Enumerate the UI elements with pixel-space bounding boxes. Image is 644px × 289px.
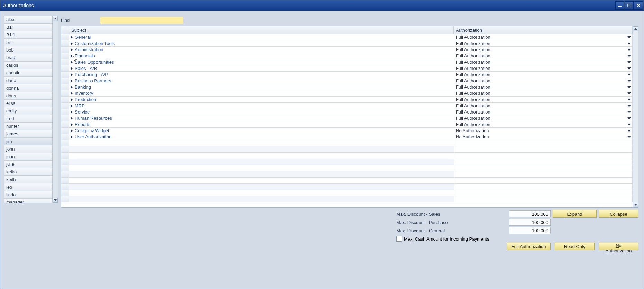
dropdown-icon[interactable] — [627, 92, 631, 94]
subject-link[interactable]: Sales Opportunities — [75, 60, 114, 65]
authorization-cell[interactable]: Full Authorization — [454, 78, 633, 84]
expand-icon[interactable] — [71, 104, 73, 108]
user-item[interactable]: brad — [4, 54, 52, 62]
subject-link[interactable]: Cockpit & Widget — [75, 128, 109, 133]
subject-link[interactable]: Production — [75, 97, 96, 102]
subject-cell[interactable]: Human Resources — [69, 115, 454, 121]
row-marker[interactable] — [61, 115, 69, 121]
expand-icon[interactable] — [71, 117, 73, 120]
table-row[interactable]: InventoryFull Authorization — [61, 90, 633, 97]
scroll-down-button[interactable] — [53, 198, 58, 203]
subject-cell[interactable]: Administration — [69, 47, 454, 53]
user-item[interactable]: alex — [4, 16, 52, 24]
expand-icon[interactable] — [71, 98, 73, 101]
expand-icon[interactable] — [71, 135, 73, 139]
expand-icon[interactable] — [71, 110, 73, 114]
column-authorization[interactable]: Authorization — [454, 26, 633, 34]
no-authorization-button[interactable]: No Authorization — [599, 243, 638, 250]
authorization-cell[interactable]: Full Authorization — [454, 115, 633, 121]
dropdown-icon[interactable] — [627, 124, 631, 126]
subject-link[interactable]: MRP — [75, 103, 85, 108]
user-item[interactable]: elisa — [4, 100, 52, 107]
user-item[interactable]: B1i — [4, 24, 52, 31]
max-discount-purchase-input[interactable] — [509, 219, 551, 226]
table-row[interactable]: Human ResourcesFull Authorization — [61, 115, 633, 121]
dropdown-icon[interactable] — [627, 130, 631, 132]
row-marker[interactable] — [61, 84, 69, 90]
user-item[interactable]: linda — [4, 191, 52, 199]
table-row[interactable]: ServiceFull Authorization — [61, 109, 633, 115]
row-marker[interactable] — [61, 103, 69, 109]
user-item[interactable]: emily — [4, 107, 52, 115]
subject-cell[interactable]: Purchasing - A/P — [69, 72, 454, 78]
read-only-button[interactable]: Read Only — [555, 243, 595, 250]
row-marker[interactable] — [61, 128, 69, 134]
authorization-cell[interactable]: Full Authorization — [454, 53, 633, 59]
expand-icon[interactable] — [71, 79, 73, 83]
subject-cell[interactable]: Business Partners — [69, 78, 454, 84]
expand-icon[interactable] — [71, 129, 73, 133]
max-cash-checkbox[interactable] — [396, 236, 402, 242]
expand-icon[interactable] — [71, 92, 73, 95]
user-item[interactable]: manager — [4, 199, 52, 203]
user-item[interactable]: hunter — [4, 123, 52, 130]
maximize-button[interactable] — [625, 1, 634, 10]
row-marker[interactable] — [61, 53, 69, 59]
subject-link[interactable]: Inventory — [75, 91, 93, 96]
expand-icon[interactable] — [71, 73, 73, 76]
table-row[interactable]: Sales - A/RFull Authorization — [61, 65, 633, 72]
table-row[interactable]: ReportsFull Authorization — [61, 121, 633, 128]
table-row[interactable]: Sales OpportunitiesFull Authorization — [61, 59, 633, 65]
table-row[interactable]: GeneralFull Authorization — [61, 34, 633, 40]
user-item[interactable]: julie — [4, 161, 52, 168]
subject-link[interactable]: Service — [75, 109, 90, 115]
subject-link[interactable]: Administration — [75, 47, 103, 52]
dropdown-icon[interactable] — [627, 74, 631, 76]
user-item[interactable]: donna — [4, 84, 52, 92]
row-marker[interactable] — [61, 97, 69, 103]
close-button[interactable] — [634, 1, 643, 10]
user-list-scrollbar[interactable] — [52, 16, 58, 203]
dropdown-icon[interactable] — [627, 49, 631, 51]
user-item[interactable]: keith — [4, 176, 52, 183]
subject-cell[interactable]: Inventory — [69, 90, 454, 97]
table-row[interactable]: BankingFull Authorization — [61, 84, 633, 90]
row-marker[interactable] — [61, 40, 69, 47]
column-subject[interactable]: Subject — [69, 26, 454, 34]
table-row[interactable]: Cockpit & WidgetNo Authorization — [61, 128, 633, 134]
authorization-cell[interactable]: Full Authorization — [454, 65, 633, 72]
table-row[interactable]: Purchasing - A/PFull Authorization — [61, 72, 633, 78]
row-marker[interactable] — [61, 65, 69, 72]
authorization-cell[interactable]: Full Authorization — [454, 34, 633, 40]
expand-icon[interactable] — [71, 85, 73, 89]
subject-link[interactable]: Reports — [75, 122, 91, 127]
authorization-cell[interactable]: Full Authorization — [454, 109, 633, 115]
authorization-cell[interactable]: Full Authorization — [454, 90, 633, 97]
grid-scroll-up-button[interactable] — [633, 26, 638, 31]
table-row[interactable]: Customization ToolsFull Authorization — [61, 40, 633, 47]
dropdown-icon[interactable] — [627, 80, 631, 82]
expand-icon[interactable] — [71, 67, 73, 70]
authorization-cell[interactable]: Full Authorization — [454, 40, 633, 47]
subject-cell[interactable]: Production — [69, 97, 454, 103]
find-input[interactable] — [100, 17, 183, 24]
user-item[interactable]: doris — [4, 92, 52, 100]
row-marker[interactable] — [61, 109, 69, 115]
subject-link[interactable]: Human Resources — [75, 116, 112, 121]
user-item[interactable]: keiko — [4, 168, 52, 176]
grid-scroll-down-button[interactable] — [633, 202, 638, 207]
subject-link[interactable]: Purchasing - A/P — [75, 72, 108, 77]
dropdown-icon[interactable] — [627, 61, 631, 63]
full-authorization-button[interactable]: Full Authorization — [507, 243, 551, 250]
minimize-button[interactable] — [615, 1, 624, 10]
dropdown-icon[interactable] — [627, 86, 631, 88]
user-item[interactable]: john — [4, 145, 52, 153]
user-item[interactable]: dana — [4, 77, 52, 84]
user-item[interactable]: bill — [4, 39, 52, 46]
user-item[interactable]: fred — [4, 115, 52, 123]
row-marker[interactable] — [61, 47, 69, 53]
subject-link[interactable]: General — [75, 35, 91, 40]
dropdown-icon[interactable] — [627, 136, 631, 138]
authorization-cell[interactable]: Full Authorization — [454, 121, 633, 128]
subject-cell[interactable]: Sales Opportunities — [69, 59, 454, 65]
